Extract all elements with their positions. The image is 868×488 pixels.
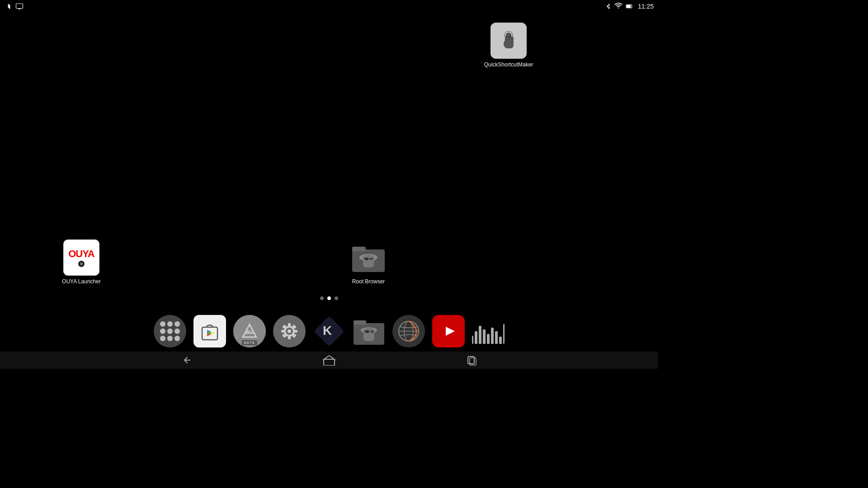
youtube-icon	[439, 324, 458, 338]
settings-icon	[273, 315, 306, 347]
status-time: 11:25	[638, 3, 654, 10]
svg-rect-30	[288, 323, 291, 327]
firefox-icon	[397, 320, 420, 343]
status-right: 11:25	[605, 2, 654, 10]
status-bar: 11:25	[0, 0, 658, 13]
svg-rect-11	[352, 247, 366, 251]
svg-point-3	[618, 8, 619, 9]
recents-icon	[467, 355, 477, 366]
sideload-icon	[239, 321, 260, 342]
root-browser-desktop-label: Root Browser	[352, 278, 385, 285]
play-store-button[interactable]	[193, 315, 226, 347]
app-drawer-button[interactable]	[154, 315, 186, 347]
home-button[interactable]	[321, 352, 337, 368]
touch-icon	[496, 28, 521, 53]
deezer-icon	[472, 321, 505, 344]
firefox-button[interactable]	[392, 315, 425, 347]
play-store-icon	[198, 320, 221, 343]
svg-rect-52	[324, 359, 335, 366]
deezer-button[interactable]	[472, 315, 505, 347]
svg-rect-33	[294, 330, 297, 333]
sideload-launcher-button[interactable]: Sideload Launcher Beta BETA	[233, 315, 266, 347]
page-dot-3	[335, 296, 338, 300]
svg-rect-32	[281, 330, 285, 333]
beta-text: BETA	[242, 340, 257, 345]
svg-rect-5	[627, 5, 631, 8]
recents-button[interactable]	[464, 352, 480, 368]
svg-rect-0	[16, 4, 23, 9]
quickshortcut-label: QuickShortcutMaker	[484, 61, 533, 68]
dock: Sideload Launcher Beta BETA K	[0, 311, 658, 352]
svg-point-46	[372, 331, 373, 333]
kodi-icon: K	[313, 315, 345, 347]
svg-point-16	[371, 258, 372, 260]
quickshortcut-app-icon	[491, 23, 527, 59]
back-icon	[181, 355, 192, 366]
status-left	[5, 2, 24, 10]
root-browser-app-icon	[350, 239, 387, 276]
battery-icon	[625, 2, 633, 10]
folder-svg	[350, 241, 387, 274]
screen-icon	[15, 2, 24, 10]
kodi-button[interactable]: K	[313, 315, 345, 347]
root-browser-dock-button[interactable]	[353, 315, 385, 347]
root-browser-dock-icon	[353, 316, 385, 347]
nav-bar	[0, 352, 658, 369]
home-icon	[323, 355, 335, 366]
bluetooth-icon	[605, 2, 612, 10]
page-dot-2	[327, 296, 331, 300]
svg-rect-31	[288, 336, 291, 339]
svg-point-29	[288, 329, 291, 333]
svg-rect-41	[354, 320, 366, 325]
root-browser-desktop-icon[interactable]: Root Browser	[344, 239, 393, 285]
ouya-launcher-icon[interactable]: OUYA OUYA Launcher	[57, 239, 106, 285]
svg-text:K: K	[323, 324, 332, 338]
svg-rect-44	[365, 330, 369, 333]
usb-icon	[5, 2, 13, 10]
ouya-app-icon: OUYA	[63, 239, 99, 276]
app-drawer-grid	[160, 321, 180, 341]
quickshortcut-icon[interactable]: QuickShortcutMaker	[484, 23, 533, 68]
settings-button[interactable]	[273, 315, 306, 347]
wifi-icon	[614, 2, 623, 10]
back-button[interactable]	[178, 352, 194, 368]
page-indicator	[320, 296, 338, 300]
youtube-button[interactable]	[432, 315, 465, 347]
page-dot-1	[320, 296, 324, 300]
ouya-launcher-label: OUYA Launcher	[62, 278, 101, 285]
svg-rect-14	[365, 258, 368, 260]
